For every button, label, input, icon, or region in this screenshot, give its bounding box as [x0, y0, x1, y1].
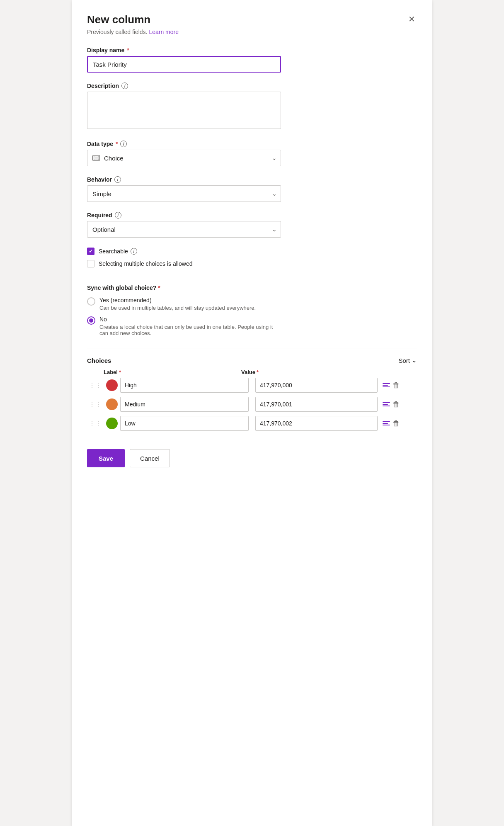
behavior-info-icon: i	[114, 176, 121, 183]
data-type-required-star: *	[116, 141, 118, 147]
sort-button[interactable]: Sort ⌄	[398, 357, 417, 364]
choice-label-input[interactable]	[120, 416, 249, 431]
table-row: ⋮⋮ 🗑	[87, 378, 417, 393]
display-name-input[interactable]	[87, 56, 281, 73]
row-actions: 🗑	[383, 380, 401, 391]
save-button[interactable]: Save	[87, 449, 125, 467]
sync-global-group: Sync with global choice? * Yes (recommen…	[87, 284, 417, 336]
adjust-icon[interactable]	[383, 383, 390, 387]
choices-section: Choices Sort ⌄ Label * Value * ⋮⋮	[87, 357, 417, 431]
choice-label-input[interactable]	[120, 397, 249, 412]
behavior-group: Behavior i Simple ⌄	[87, 176, 417, 202]
searchable-info-icon: i	[131, 248, 137, 255]
sync-no-content: No Creates a local choice that can only …	[99, 316, 274, 336]
delete-icon[interactable]: 🗑	[392, 418, 401, 429]
close-icon[interactable]: ✕	[407, 13, 417, 25]
behavior-label: Behavior i	[87, 176, 417, 183]
required-display[interactable]: Optional	[87, 221, 281, 238]
row-actions: 🗑	[383, 399, 401, 410]
delete-icon[interactable]: 🗑	[392, 399, 401, 410]
searchable-row: Searchable i	[87, 248, 417, 255]
searchable-label: Searchable i	[99, 248, 137, 255]
drag-handle-icon[interactable]: ⋮⋮	[87, 420, 104, 428]
cancel-button[interactable]: Cancel	[130, 449, 170, 467]
required-info-icon: i	[115, 212, 121, 219]
divider-1	[87, 276, 417, 276]
choices-rows: ⋮⋮ 🗑 ⋮⋮	[87, 378, 417, 431]
sync-yes-option: Yes (recommended) Can be used in multipl…	[87, 297, 417, 311]
delete-icon[interactable]: 🗑	[392, 380, 401, 391]
required-select[interactable]: Optional ⌄	[87, 221, 281, 238]
label-col-required: *	[119, 369, 121, 375]
drag-handle-icon[interactable]: ⋮⋮	[87, 401, 104, 408]
adjust-icon[interactable]	[383, 402, 390, 406]
data-type-select[interactable]: Choice ⌄	[87, 150, 281, 166]
drag-handle-icon[interactable]: ⋮⋮	[87, 381, 104, 389]
learn-more-link[interactable]: Learn more	[149, 29, 179, 35]
required-field-group: Required i Optional ⌄	[87, 212, 417, 238]
color-swatch[interactable]	[106, 418, 118, 429]
adjust-icon[interactable]	[383, 421, 390, 425]
label-col-header: Label *	[104, 369, 236, 375]
panel-header: New column ✕	[87, 13, 417, 26]
display-name-label: Display name *	[87, 47, 417, 53]
value-col-required: *	[257, 369, 259, 375]
data-type-group: Data type * i Choice ⌄	[87, 141, 417, 166]
choice-value-input[interactable]	[255, 397, 378, 412]
data-type-display[interactable]: Choice	[87, 150, 281, 166]
behavior-select[interactable]: Simple ⌄	[87, 185, 281, 202]
required-star: *	[127, 47, 129, 53]
divider-2	[87, 348, 417, 348]
multiple-choices-checkbox[interactable]	[87, 260, 94, 267]
sync-radio-group: Yes (recommended) Can be used in multipl…	[87, 297, 417, 336]
required-field-label: Required i	[87, 212, 417, 219]
panel-subtitle: Previously called fields. Learn more	[87, 29, 417, 35]
sync-no-radio[interactable]	[87, 316, 95, 325]
choice-value-input[interactable]	[255, 378, 378, 393]
multiple-choices-row: Selecting multiple choices is allowed	[87, 260, 417, 267]
sync-required-star: *	[158, 284, 160, 291]
row-actions: 🗑	[383, 418, 401, 429]
description-info-icon: i	[121, 83, 128, 89]
table-row: ⋮⋮ 🗑	[87, 397, 417, 412]
description-input[interactable]	[87, 92, 281, 129]
choices-header: Choices Sort ⌄	[87, 357, 417, 364]
table-row: ⋮⋮ 🗑	[87, 416, 417, 431]
new-column-panel: New column ✕ Previously called fields. L…	[72, 0, 432, 826]
description-label: Description i	[87, 83, 417, 89]
searchable-checkbox[interactable]	[87, 248, 94, 255]
color-swatch[interactable]	[106, 379, 118, 391]
choice-type-icon	[92, 155, 100, 161]
value-col-header: Value *	[241, 369, 366, 375]
multiple-choices-label: Selecting multiple choices is allowed	[99, 260, 192, 267]
behavior-display[interactable]: Simple	[87, 185, 281, 202]
sort-chevron-icon: ⌄	[412, 357, 417, 364]
choice-label-input[interactable]	[120, 378, 249, 393]
data-type-label: Data type * i	[87, 141, 417, 147]
sync-yes-radio[interactable]	[87, 297, 95, 306]
choices-col-headers: Label * Value *	[87, 369, 417, 378]
panel-title: New column	[87, 13, 150, 26]
sync-yes-content: Yes (recommended) Can be used in multipl…	[99, 297, 256, 311]
color-swatch[interactable]	[106, 398, 118, 410]
description-group: Description i	[87, 83, 417, 131]
choice-value-input[interactable]	[255, 416, 378, 431]
sync-no-option: No Creates a local choice that can only …	[87, 316, 417, 336]
footer: Save Cancel	[87, 446, 417, 467]
sync-global-label: Sync with global choice? *	[87, 284, 417, 291]
display-name-group: Display name *	[87, 47, 417, 73]
data-type-info-icon: i	[120, 141, 127, 147]
